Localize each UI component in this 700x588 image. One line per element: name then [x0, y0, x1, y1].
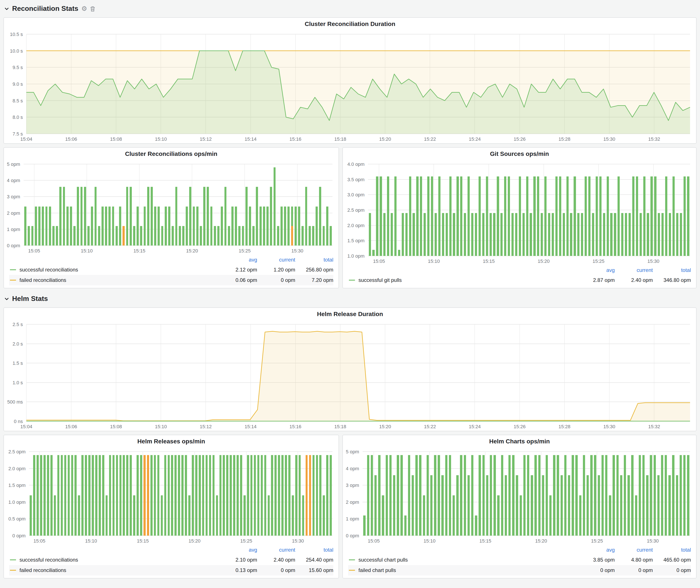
series-total-value: 7.20 opm	[295, 277, 333, 283]
series-label[interactable]: successful chart pulls	[358, 557, 577, 563]
series-total-value: 256.80 opm	[295, 267, 333, 273]
svg-text:15:14: 15:14	[245, 424, 256, 429]
legend-sort-current[interactable]: current	[257, 547, 295, 553]
svg-text:2.5 opm: 2.5 opm	[347, 207, 365, 213]
series-label[interactable]: successful reconciliations	[19, 267, 219, 273]
series-current-value: 0 opm	[257, 567, 295, 573]
git-sources-opm-chart[interactable]: 15:0515:1015:1515:2015:2515:304.0 opm3.5…	[343, 160, 696, 265]
svg-text:3.0 opm: 3.0 opm	[347, 192, 365, 197]
series-color-dash	[10, 570, 16, 571]
series-current-value: 0 opm	[615, 567, 653, 573]
svg-text:1.0 s: 1.0 s	[13, 380, 23, 385]
legend-sort-avg[interactable]: avg	[577, 267, 615, 273]
svg-text:15:12: 15:12	[200, 424, 212, 429]
series-total-value: 346.80 opm	[653, 277, 691, 283]
legend-sort-current[interactable]: current	[615, 267, 653, 273]
panel-cluster-reconciliation-duration: Cluster Reconciliation Duration 15:0415:…	[3, 17, 697, 144]
svg-text:15:20: 15:20	[189, 538, 200, 544]
svg-text:0 opm: 0 opm	[346, 533, 359, 538]
svg-text:1.5 opm: 1.5 opm	[8, 483, 26, 488]
svg-text:15:20: 15:20	[538, 258, 550, 264]
series-color-dash	[349, 570, 355, 571]
helm-release-duration-chart[interactable]: 15:0415:0615:0815:1015:1215:1415:1615:18…	[4, 320, 696, 431]
panel-title-cluster-reconciliation-duration[interactable]: Cluster Reconciliation Duration	[4, 18, 696, 30]
panel-title-helm-charts-opm[interactable]: Helm Charts ops/min	[343, 435, 696, 447]
series-label[interactable]: successful reconciliations	[19, 557, 219, 563]
series-color-dash	[10, 280, 16, 281]
legend-sort-current[interactable]: current	[615, 547, 653, 553]
svg-text:15:12: 15:12	[200, 136, 212, 142]
series-label[interactable]: failed reconciliations	[19, 567, 219, 573]
section-title[interactable]: Helm Stats	[12, 295, 48, 303]
legend-sort-total[interactable]: total	[653, 267, 691, 273]
svg-text:15:30: 15:30	[603, 424, 615, 429]
svg-text:5 opm: 5 opm	[7, 162, 20, 167]
svg-text:15:30: 15:30	[292, 538, 304, 544]
legend-row-successful-reconciliations: successful reconciliations 2.12 opm 1.20…	[9, 265, 333, 275]
svg-text:15:10: 15:10	[424, 538, 435, 544]
helm-charts-opm-chart[interactable]: 15:0515:1015:1515:2015:2515:305 opm4 opm…	[343, 447, 696, 545]
gear-icon[interactable]: ⚙	[81, 5, 87, 12]
legend-sort-avg[interactable]: avg	[219, 547, 257, 553]
series-label[interactable]: failed chart pulls	[358, 567, 577, 573]
series-avg-value: 0 opm	[577, 567, 615, 573]
helm-releases-opm-chart[interactable]: 15:0515:1015:1515:2015:2515:302.5 opm2.0…	[4, 447, 339, 545]
svg-text:15:18: 15:18	[334, 136, 346, 142]
cluster-reconciliations-opm-chart[interactable]: 15:0515:1015:1515:2015:2515:305 opm4 opm…	[4, 160, 339, 255]
legend-sort-total[interactable]: total	[295, 257, 333, 263]
svg-text:15:04: 15:04	[20, 424, 32, 429]
panel-title-helm-releases-opm[interactable]: Helm Releases ops/min	[4, 435, 339, 447]
panel-title-git-sources-opm[interactable]: Git Sources ops/min	[343, 148, 696, 160]
dashboard: Reconciliation Stats ⚙ Cluster Reconcili…	[0, 0, 700, 588]
cluster-reconciliation-duration-chart[interactable]: 15:0415:0615:0815:1015:1215:1415:1615:18…	[4, 30, 696, 143]
legend-sort-total[interactable]: total	[653, 547, 691, 553]
svg-text:15:25: 15:25	[591, 538, 603, 544]
panel-helm-release-duration: Helm Release Duration 15:0415:0615:0815:…	[3, 307, 697, 431]
series-avg-value: 3.85 opm	[577, 557, 615, 563]
svg-text:15:25: 15:25	[239, 248, 251, 254]
svg-text:2.5 opm: 2.5 opm	[8, 449, 26, 454]
svg-text:15:28: 15:28	[558, 136, 570, 142]
series-label[interactable]: failed reconciliations	[19, 277, 219, 283]
svg-text:8.5 s: 8.5 s	[13, 98, 23, 103]
svg-text:1.5 s: 1.5 s	[13, 360, 23, 366]
svg-text:15:10: 15:10	[155, 136, 167, 142]
svg-text:15:05: 15:05	[368, 538, 380, 544]
svg-text:8.0 s: 8.0 s	[13, 115, 23, 120]
section-reconciliation-stats[interactable]: Reconciliation Stats ⚙	[4, 3, 697, 15]
svg-text:15:08: 15:08	[110, 136, 122, 142]
panel-cluster-reconciliations-opm: Cluster Reconciliations ops/min 15:0515:…	[3, 147, 339, 288]
svg-text:15:20: 15:20	[379, 136, 391, 142]
legend-sort-total[interactable]: total	[295, 547, 333, 553]
legend-row-successful-reconciliations: successful reconciliations 2.10 opm 2.40…	[9, 555, 333, 565]
panel-git-sources-opm: Git Sources ops/min 15:0515:1015:1515:20…	[342, 147, 697, 288]
series-avg-value: 2.10 opm	[219, 557, 257, 563]
svg-text:9.5 s: 9.5 s	[13, 65, 23, 70]
svg-text:15:10: 15:10	[81, 248, 93, 254]
chevron-down-icon	[4, 296, 9, 301]
legend-sort-current[interactable]: current	[257, 257, 295, 263]
trash-icon[interactable]	[90, 6, 95, 11]
section-helm-stats[interactable]: Helm Stats	[4, 293, 697, 305]
legend-row-successful-git-pulls: successful git pulls 2.87 opm 2.40 opm 3…	[348, 275, 691, 285]
svg-text:15:22: 15:22	[424, 424, 436, 429]
series-avg-value: 0.13 opm	[219, 567, 257, 573]
svg-text:15:10: 15:10	[155, 424, 167, 429]
svg-text:15:30: 15:30	[647, 258, 659, 264]
series-color-dash	[10, 269, 16, 270]
series-label[interactable]: successful git pulls	[358, 277, 577, 283]
svg-text:1.5 opm: 1.5 opm	[347, 238, 365, 243]
panel-title-cluster-reconciliations-opm[interactable]: Cluster Reconciliations ops/min	[4, 148, 339, 160]
panel-title-helm-release-duration[interactable]: Helm Release Duration	[4, 308, 696, 320]
series-total-value: 0 opm	[653, 567, 691, 573]
svg-text:15:06: 15:06	[65, 424, 77, 429]
svg-text:4 opm: 4 opm	[7, 178, 20, 183]
legend-sort-avg[interactable]: avg	[219, 257, 257, 263]
section-title[interactable]: Reconciliation Stats	[12, 5, 78, 13]
svg-text:10.0 s: 10.0 s	[10, 48, 23, 54]
svg-text:0 ns: 0 ns	[14, 419, 23, 424]
panel-row-helm: Helm Releases ops/min 15:0515:1015:1515:…	[3, 435, 697, 578]
legend-sort-avg[interactable]: avg	[577, 547, 615, 553]
svg-text:4.0 opm: 4.0 opm	[347, 162, 365, 167]
series-total-value: 15.60 opm	[295, 567, 333, 573]
